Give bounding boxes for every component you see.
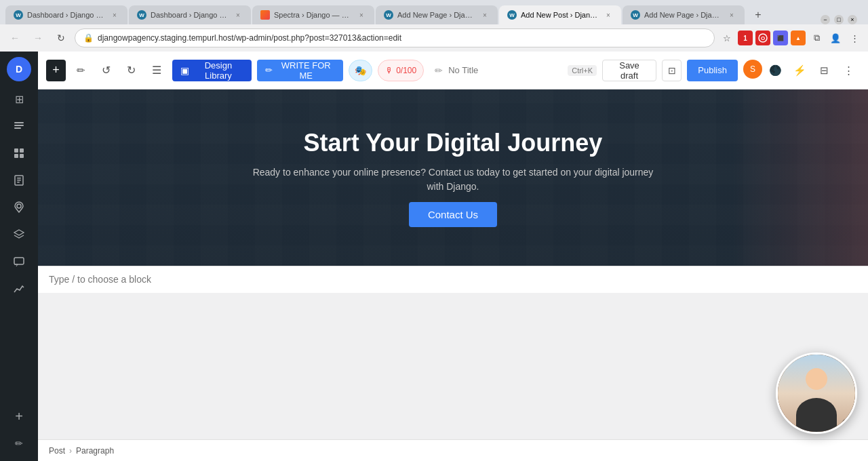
browser-tab-6[interactable]: W Add New Page › Django —… × — [623, 5, 745, 24]
tab-close-4[interactable]: × — [480, 10, 490, 20]
editor-canvas[interactable]: Start Your Digital Journey Ready to enha… — [38, 89, 868, 439]
sidebar-bottom: + ✏ — [7, 404, 31, 456]
save-draft-button[interactable]: Save draft — [602, 60, 656, 81]
add-block-button[interactable]: + — [46, 60, 66, 81]
sidebar-item-comments[interactable] — [7, 249, 31, 274]
sidebar-item-media[interactable] — [7, 141, 31, 165]
spectra-icon-button[interactable]: S — [743, 60, 762, 79]
sidebar-item-location[interactable] — [7, 195, 31, 220]
maximize-window-button[interactable]: □ — [834, 15, 844, 24]
tab-favicon-2: W — [137, 10, 146, 20]
tab-close-2[interactable]: × — [233, 10, 243, 20]
tab-label-5: Add New Post › Django —… — [521, 11, 599, 19]
browser-tab-3[interactable]: Spectra › Django — Word… × — [252, 5, 374, 24]
wp-editor: + ✏ ↺ ↻ ☰ ▣ Design Library ✏ WRITE FOR M… — [38, 52, 868, 461]
write-for-me-button[interactable]: ✏ WRITE FOR ME — [257, 60, 343, 81]
empty-canvas-area[interactable] — [38, 293, 868, 439]
word-count-badge[interactable]: 🎙 0/100 — [378, 60, 424, 81]
video-minimize-button[interactable]: _ — [842, 418, 854, 430]
reload-button[interactable]: ↻ — [52, 28, 71, 47]
svg-rect-15 — [17, 180, 21, 181]
block-input-row[interactable] — [38, 266, 868, 293]
undo-button[interactable]: ↺ — [96, 60, 116, 81]
extension-icon-4[interactable]: ▲ — [791, 31, 806, 45]
svg-text:O: O — [761, 35, 765, 41]
browser-tab-5[interactable]: W Add New Post › Django —… × — [499, 5, 621, 24]
breadcrumb-separator: › — [69, 446, 72, 456]
publish-label: Publish — [698, 65, 727, 75]
sidebar-item-pages[interactable] — [7, 168, 31, 193]
extension-icon-1[interactable]: 1 — [738, 31, 753, 45]
svg-point-17 — [17, 204, 21, 208]
plugin-icon-button[interactable]: ⚡ — [789, 60, 811, 81]
admin-avatar[interactable]: D — [7, 57, 31, 81]
view-toggle-button[interactable]: ⊟ — [814, 60, 835, 81]
video-chat-bubble[interactable]: _ — [776, 353, 857, 434]
write-icon: ✏ — [265, 65, 273, 75]
tab-label-6: Add New Page › Django —… — [644, 11, 723, 19]
publish-button[interactable]: Publish — [687, 60, 738, 81]
save-draft-label: Save draft — [619, 60, 639, 81]
post-title-input[interactable] — [448, 65, 562, 75]
ai-avatar-badge[interactable]: 🎭 — [349, 60, 372, 81]
hero-cta-label: Contact Us — [428, 209, 478, 220]
list-view-button[interactable]: ☰ — [147, 60, 167, 81]
tab-label-4: Add New Page › Django —… — [397, 11, 476, 19]
tab-close-6[interactable]: × — [727, 10, 736, 20]
toolbar-right-icons: S 🌑 ⚡ ⊟ ⋮ — [743, 60, 860, 81]
forward-button[interactable]: → — [28, 28, 47, 47]
admin-sidebar: D ⊞ + ✏ — [0, 52, 38, 461]
redo-button[interactable]: ↻ — [121, 60, 141, 81]
browser-tab-4[interactable]: W Add New Page › Django —… × — [376, 5, 498, 24]
bookmark-button[interactable]: ☆ — [719, 30, 735, 46]
hero-cta-button[interactable]: Contact Us — [409, 202, 497, 227]
status-bar: Post › Paragraph — [38, 439, 868, 461]
lock-icon: 🔒 — [83, 33, 94, 43]
minimize-window-button[interactable]: − — [821, 15, 830, 24]
sidebar-item-dashboard[interactable]: ⊞ — [7, 87, 31, 111]
tab-favicon-6: W — [631, 10, 640, 20]
theme-icon-button[interactable]: 🌑 — [765, 60, 787, 81]
tab-close-5[interactable]: × — [604, 10, 613, 20]
close-window-button[interactable]: × — [848, 15, 857, 24]
mic-icon: 🎙 — [385, 66, 393, 75]
browser-tab-2[interactable]: W Dashboard › Django — W… × — [129, 5, 251, 24]
tab-close-3[interactable]: × — [357, 10, 366, 20]
svg-rect-18 — [14, 258, 24, 264]
new-tab-button[interactable]: + — [749, 5, 768, 24]
url-text[interactable]: djangowpagency.staging.tempurl.host/wp-a… — [98, 33, 706, 43]
svg-text:▲: ▲ — [795, 35, 801, 41]
profile-button[interactable]: 👤 — [827, 30, 844, 46]
address-bar[interactable]: 🔒 djangowpagency.staging.tempurl.host/wp… — [75, 28, 715, 47]
tab-close-1[interactable]: × — [110, 10, 119, 20]
video-person-head — [806, 368, 827, 390]
svg-rect-10 — [20, 148, 24, 153]
extensions-button[interactable]: ⧉ — [808, 30, 825, 46]
extension-icon-3[interactable]: ⬛ — [773, 31, 788, 45]
design-library-button[interactable]: ▣ Design Library — [172, 60, 252, 81]
svg-rect-7 — [14, 125, 24, 126]
sidebar-item-posts[interactable] — [7, 114, 31, 138]
more-menu-button[interactable]: ⋮ — [846, 30, 863, 46]
preview-button[interactable]: ⊡ — [662, 60, 682, 81]
status-breadcrumb: Post › Paragraph — [49, 446, 114, 456]
sidebar-item-layers[interactable] — [7, 222, 31, 247]
tab-favicon-3 — [260, 10, 270, 20]
sidebar-item-analytics[interactable] — [7, 277, 31, 301]
svg-rect-6 — [14, 122, 24, 123]
wp-layout: D ⊞ + ✏ + — [0, 52, 868, 461]
settings-button[interactable]: ⋮ — [838, 60, 860, 81]
breadcrumb-post[interactable]: Post — [49, 446, 65, 456]
sidebar-edit-button[interactable]: ✏ — [7, 431, 31, 456]
back-button[interactable]: ← — [5, 28, 24, 47]
block-type-input[interactable] — [49, 274, 857, 285]
pencil-icon: ✏ — [435, 65, 443, 76]
browser-tab-1[interactable]: W Dashboard › Django — W… × — [5, 5, 127, 24]
sidebar-add-button[interactable]: + — [7, 404, 31, 428]
breadcrumb-paragraph[interactable]: Paragraph — [76, 446, 114, 456]
browser-chrome: W Dashboard › Django — W… × W Dashboard … — [0, 0, 868, 52]
hero-right-tint — [732, 89, 868, 266]
hero-section: Start Your Digital Journey Ready to enha… — [38, 89, 868, 266]
tools-button[interactable]: ✏ — [71, 60, 91, 81]
extension-icon-2[interactable]: O — [755, 31, 770, 45]
